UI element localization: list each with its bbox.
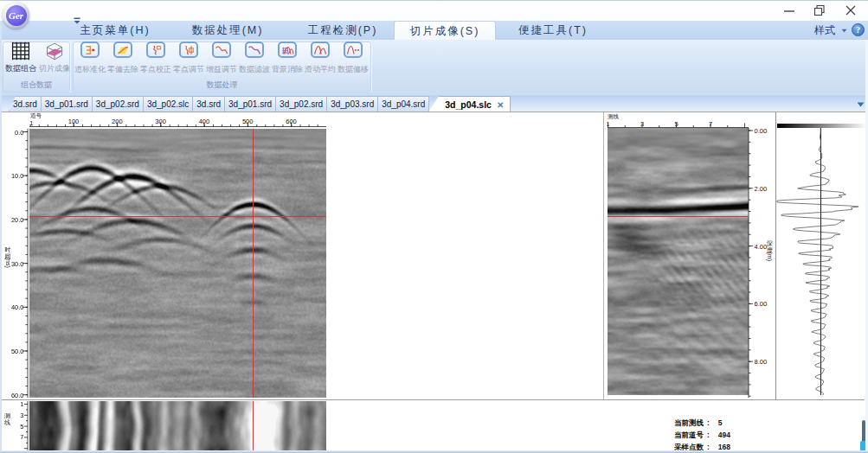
tab-label: 3d_p02.srd [96,99,139,109]
ribbon: 组合数据 数据处理 数据组合 切片成像 道标准化 零偏去除 [0,40,868,96]
ribbon-button-combine[interactable]: 数据组合 [3,41,38,79]
menu-data[interactable]: 数据处理(M) [192,21,264,40]
moving-average-icon [311,41,330,58]
offset-remove-icon [113,41,132,58]
slice-cube-icon [44,41,65,61]
ribbon-button-label: 滑动平均 [305,64,336,75]
document-tab-3d_p02.srd[interactable]: 3d_p02.srd [92,96,144,112]
ribbon-button-trace-normalize[interactable]: 道标准化 [74,41,106,78]
document-tab-bar: 3d.srd3d_p01.srd3d_p02.srd3d_p02.slc3d.s… [0,96,868,112]
ribbon-button-background-remove[interactable]: 背景消除 [271,41,304,78]
workspace: 1002003004005006001道号0.010.020.030.040.0… [0,112,868,453]
ribbon-button-zero-correct[interactable]: 零点校正 [139,41,172,78]
tab-label: 3d_p03.srd [331,99,374,109]
ribbon-group-process-title: 数据处理 [74,80,370,91]
document-tab-3d_p02.srd[interactable]: 3d_p02.srd [275,96,327,112]
waveform-divider [775,112,776,399]
minimize-button[interactable] [783,3,795,17]
crosshair-vertical-line[interactable] [253,129,254,398]
data-grid-icon [10,41,31,61]
style-dropdown-arrow-icon[interactable] [841,29,847,33]
ribbon-button-label: 切片成像 [39,63,70,74]
ribbon-group-combine-title: 组合数据 [3,80,69,91]
ribbon-button-label: 道标准化 [74,64,106,75]
menu-bar: 主页菜单(H) 数据处理(M) 工程检测(P) 切片成像(S) 便捷工具(T) … [0,21,868,40]
ribbon-button-slice[interactable]: 切片成像 [37,41,72,79]
background-remove-icon [278,41,297,58]
vertical-splitter[interactable] [603,112,604,399]
ribbon-button-zero-adjust[interactable]: 零点调节 [172,41,205,78]
data-shift-icon [344,41,363,58]
ribbon-button-label: 零点调节 [173,64,204,75]
tab-label: 3d_p01.srd [228,99,272,109]
tab-label: 3d_p02.slc [147,99,189,109]
tab-label: 3d_p02.srd [280,99,323,109]
menu-home[interactable]: 主页菜单(H) [80,21,150,40]
gain-adjust-icon [212,41,231,58]
ribbon-button-label: 零偏去除 [107,64,138,75]
tab-close-icon[interactable]: ✕ [497,100,504,110]
document-tab-3d.srd[interactable]: 3d.srd [9,96,42,112]
slice-marker-line[interactable] [253,401,254,450]
trace-normalize-icon [80,41,100,58]
document-tab-3d_p01.srd[interactable]: 3d_p01.srd [41,96,93,112]
document-tab-3d.srd[interactable]: 3d.srd [192,96,225,112]
document-tab-3d_p04.srd[interactable]: 3d_p04.srd [377,96,429,112]
close-button[interactable] [845,3,857,17]
document-tab-3d_p01.srd[interactable]: 3d_p01.srd [224,96,276,112]
ribbon-button-label: 背景消除 [272,64,303,75]
tab-list-dropdown-icon[interactable] [857,102,865,107]
tab-label: 3d_p04.slc [445,99,492,110]
ribbon-button-data-filter[interactable]: 数据滤波 [238,41,271,78]
ribbon-button-label: 数据滤波 [239,64,270,75]
zero-correct-icon [146,41,165,58]
tab-label: 3d.srd [196,99,221,109]
axis-rulers [0,112,868,453]
tab-label: 3d.srd [13,99,37,109]
tab-label: 3d_p04.srd [382,99,425,109]
menu-project[interactable]: 工程检测(P) [308,21,378,40]
document-tab-3d_p03.srd[interactable]: 3d_p03.srd [326,96,378,112]
zero-adjust-icon [179,41,198,58]
document-tab-3d_p04.slc[interactable]: 3d_p04.slc✕ [428,96,511,112]
window-left-edge [0,21,2,450]
style-dropdown[interactable]: 样式 [814,21,835,40]
section-marker-line[interactable] [608,216,749,217]
tab-list: 3d.srd3d_p01.srd3d_p02.srd3d_p02.slc3d.s… [9,96,510,112]
ribbon-button-label: 零点校正 [140,64,171,75]
ribbon-button-label: 增益调节 [206,64,237,75]
data-filter-icon [245,41,264,58]
horizontal-splitter[interactable] [2,399,865,400]
title-bar [0,0,868,21]
ribbon-button-label: 数据组合 [5,63,36,74]
ribbon-button-moving-average[interactable]: 滑动平均 [304,41,337,78]
menu-slice-active[interactable]: 切片成像(S) [394,21,496,40]
ribbon-button-offset-remove[interactable]: 零偏去除 [106,41,139,78]
crosshair-horizontal-line[interactable] [29,216,326,217]
window-controls [0,3,868,19]
menu-tools[interactable]: 便捷工具(T) [518,21,588,40]
ribbon-button-gain-adjust[interactable]: 增益调节 [205,41,238,78]
ribbon-button-label: 数据偏移 [338,64,369,75]
app-logo[interactable]: Ger [3,2,29,29]
restore-button[interactable] [813,3,826,17]
document-tab-3d_p02.slc[interactable]: 3d_p02.slc [143,96,193,112]
application-window: 主页菜单(H) 数据处理(M) 工程检测(P) 切片成像(S) 便捷工具(T) … [0,0,868,453]
quick-access-dropdown-icon[interactable] [73,16,81,25]
help-icon[interactable]: ? [852,23,865,36]
tab-label: 3d_p01.srd [45,99,88,109]
ribbon-button-data-shift[interactable]: 数据偏移 [337,41,370,78]
